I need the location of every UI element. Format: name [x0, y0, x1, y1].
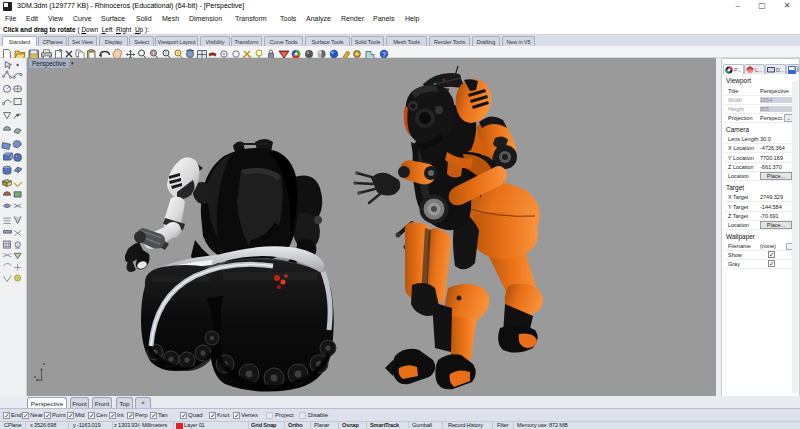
svg-text:?: ?	[382, 51, 386, 58]
